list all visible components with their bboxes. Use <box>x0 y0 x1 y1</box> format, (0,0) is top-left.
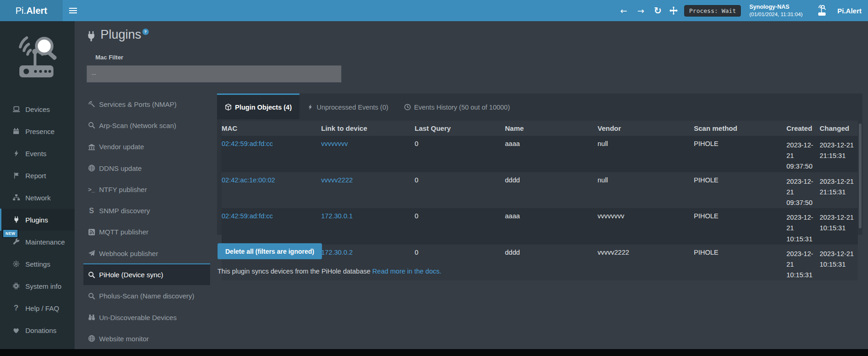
process-status-badge: Process: Wait <box>684 5 741 17</box>
plugin-item-ddns-update[interactable]: DDNS update <box>83 157 210 178</box>
plugin-item-label: Vendor update <box>99 143 144 151</box>
tab-unprocessed-events[interactable]: Unprocessed Events (0) <box>299 93 396 119</box>
name-cell: dddd <box>505 172 598 209</box>
plugin-item-label: Pholus-Scan (Name discovery) <box>99 292 194 300</box>
plugin-item-arp-scan[interactable]: Arp-Scan (Network scan) <box>83 114 210 135</box>
col-header-changed[interactable]: Changed <box>820 121 858 136</box>
sidebar-item-network[interactable]: Network <box>0 187 75 209</box>
plug-icon <box>86 30 97 42</box>
bolt-icon <box>12 150 21 157</box>
plugin-content-panel: Plugin Objects (4) Unprocessed Events (0… <box>217 93 862 235</box>
dish-icon <box>87 100 96 108</box>
search-icon <box>87 292 96 300</box>
refresh-icon[interactable]: ↻ <box>652 5 663 16</box>
device-link[interactable]: 172.30.0.2 <box>321 249 353 256</box>
chip-icon <box>12 282 21 290</box>
table-row: 02:42:59:ad:fd:cc vvvvvvvv 0 aaaa null P… <box>222 136 858 172</box>
terminal-icon: >_ <box>87 186 96 193</box>
panel-scrollbar[interactable] <box>859 123 862 228</box>
brand-logo[interactable]: Pi.Alert <box>0 0 63 21</box>
hamburger-menu-icon[interactable] <box>69 0 85 21</box>
sidebar-item-plugins[interactable]: Plugins <box>0 209 75 231</box>
vendor-cell: vvvvv2222 <box>598 245 694 281</box>
col-header-vendor[interactable]: Vendor <box>598 121 694 136</box>
search-icon <box>87 122 96 129</box>
plugin-item-ntfy-publisher[interactable]: >_ NTFY publisher <box>83 178 210 199</box>
pialert-router-logo <box>14 34 62 86</box>
col-header-last-query[interactable]: Last Query <box>415 121 505 136</box>
sidebar-item-donations[interactable]: Donations <box>0 319 75 341</box>
sidebar-item-devices[interactable]: Devices <box>0 98 75 120</box>
sidebar-item-label: Presence <box>25 128 54 135</box>
plugin-item-mqtt-publisher[interactable]: MQTT publisher <box>83 221 210 242</box>
last-query-cell: 0 <box>415 245 505 281</box>
sidebar-menu: Devices Presence Events Report Network <box>0 98 75 341</box>
col-header-name[interactable]: Name <box>505 121 598 136</box>
heart-icon <box>12 327 21 334</box>
mac-link[interactable]: 02:42:ac:1e:00:02 <box>222 176 275 184</box>
changed-cell: 2023-12-2121:15:31 <box>820 136 858 172</box>
sidebar-item-label: Plugins <box>25 216 48 224</box>
nav-back-icon[interactable]: ← <box>618 6 629 16</box>
plugin-item-vendor-update[interactable]: Vendor update <box>83 136 210 157</box>
plugin-item-webhook-publisher[interactable]: Webhook publisher <box>83 242 210 263</box>
router-scan-icon <box>817 4 833 18</box>
host-datetime: (01/01/2024, 11:31:04) <box>749 11 808 18</box>
sidebar-item-system-info[interactable]: System info <box>0 275 75 297</box>
sidebar-item-label: Help / FAQ <box>25 304 59 312</box>
sidebar-item-label: Donations <box>25 327 57 334</box>
clock-icon <box>404 104 411 111</box>
delete-all-button[interactable]: Delete all (filters are ignored) <box>217 243 322 259</box>
sidebar-item-settings[interactable]: Settings <box>0 253 75 275</box>
name-cell: aaaa <box>505 136 598 172</box>
col-header-link[interactable]: Link to device <box>321 121 415 136</box>
move-arrows-icon[interactable] <box>669 6 680 15</box>
maintenance-new-badge: NEW <box>2 229 18 238</box>
vendor-cell: null <box>598 172 694 209</box>
sidebar-item-label: Report <box>25 172 46 180</box>
col-header-mac[interactable]: MAC <box>222 121 321 136</box>
sidebar-item-label: Maintenance <box>25 238 65 246</box>
sidebar-item-label: Network <box>25 194 51 202</box>
sidebar-item-events[interactable]: Events <box>0 142 75 164</box>
col-header-scan-method[interactable]: Scan method <box>694 121 786 136</box>
gear-icon <box>12 260 21 268</box>
mac-link[interactable]: 02:42:59:ad:fd:cc <box>222 212 273 220</box>
brand-text: Pi.Alert <box>16 6 47 16</box>
scan-method-cell: PIHOLE <box>694 208 786 245</box>
plugin-item-website-monitor[interactable]: Website monitor <box>83 327 210 349</box>
plugin-item-pholus-scan[interactable]: Pholus-Scan (Name discovery) <box>83 285 210 306</box>
created-cell: 2023-12-2109:37:50 <box>786 136 820 172</box>
plugin-item-un-discoverable-devices[interactable]: Un-Discoverable Devices <box>83 306 210 327</box>
question-icon: ? <box>12 303 21 313</box>
plugin-item-label: Website monitor <box>99 335 149 343</box>
tab-plugin-objects[interactable]: Plugin Objects (4) <box>217 93 299 119</box>
plugin-item-pihole-device-sync[interactable]: PiHole (Device sync) <box>83 263 210 285</box>
tab-events-history[interactable]: Events History (50 out of 10000) <box>396 93 518 119</box>
table-row: 02:42:59:ad:fd:cc 172.30.0.1 0 aaaa vvvv… <box>222 208 858 245</box>
device-link[interactable]: 172.30.0.1 <box>321 212 353 220</box>
plugin-item-label: NTFY publisher <box>99 186 147 193</box>
help-badge[interactable]: ? <box>142 29 149 35</box>
last-query-cell: 0 <box>415 172 505 209</box>
device-link[interactable]: vvvvvvvv <box>321 140 348 147</box>
nav-forward-icon[interactable]: → <box>635 6 646 16</box>
sidebar-item-report[interactable]: Report <box>0 164 75 187</box>
tab-label: Plugin Objects (4) <box>235 104 292 111</box>
wrench-icon <box>12 238 21 245</box>
plugin-item-services-ports-nmap[interactable]: Services & Ports (NMAP) <box>83 93 210 114</box>
mac-link[interactable]: 02:42:59:ad:fd:cc <box>222 140 273 147</box>
sidebar-item-help-faq[interactable]: ? Help / FAQ <box>0 297 75 319</box>
device-link[interactable]: vvvvv2222 <box>321 176 353 184</box>
plugin-item-snmp-discovery[interactable]: S SNMP discovery <box>83 199 210 221</box>
sidebar-item-presence[interactable]: Presence <box>0 120 75 142</box>
plugin-item-label: DDNS update <box>99 164 142 172</box>
docs-link[interactable]: Read more in the docs. <box>372 268 441 275</box>
plugin-item-label: Webhook publisher <box>99 250 158 257</box>
bolt-icon <box>307 104 313 111</box>
col-header-created[interactable]: Created <box>786 121 820 136</box>
mac-filter-input[interactable] <box>87 65 341 82</box>
page-title: Plugins ? <box>86 28 149 42</box>
scan-method-cell: PIHOLE <box>694 172 786 209</box>
vendor-cell: vvvvvvvv <box>598 208 694 245</box>
